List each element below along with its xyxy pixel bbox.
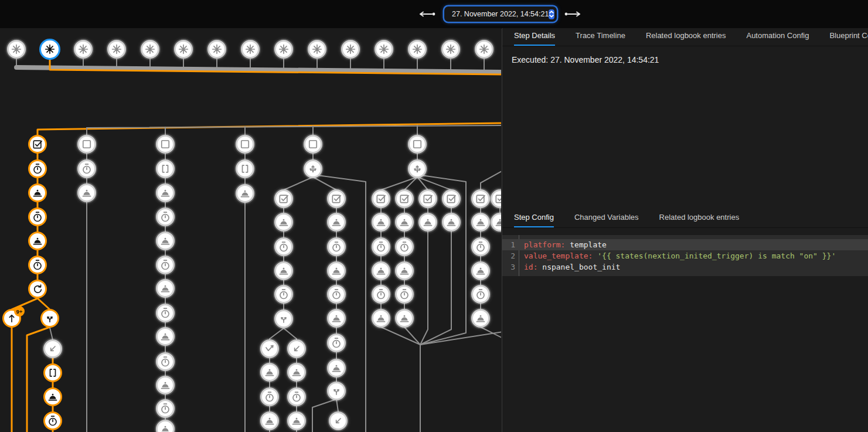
tab-related-logbook-entries[interactable]: Related logbook entries <box>646 31 726 46</box>
node-timer[interactable] <box>156 399 175 418</box>
node-check-arrow[interactable] <box>260 339 279 358</box>
node-asterisk[interactable] <box>274 40 293 59</box>
node-timer[interactable] <box>28 159 47 178</box>
node-bell[interactable] <box>260 411 279 430</box>
node-arrow-up[interactable]: 9+ <box>2 309 21 328</box>
node-timer[interactable] <box>471 237 490 256</box>
node-checkbox-marked[interactable] <box>395 189 414 208</box>
node-bell[interactable] <box>372 213 390 232</box>
node-arrow-bottom-left[interactable] <box>287 339 306 358</box>
node-choose[interactable] <box>408 159 427 178</box>
node-split[interactable] <box>274 309 293 328</box>
node-timer[interactable] <box>274 237 293 256</box>
node-timer[interactable] <box>260 387 279 406</box>
node-bell[interactable] <box>28 232 47 250</box>
node-refresh[interactable] <box>28 280 47 298</box>
node-checkbox-blank[interactable] <box>156 135 175 154</box>
node-bell[interactable] <box>156 183 175 202</box>
node-bell[interactable] <box>156 232 175 250</box>
node-bell[interactable] <box>471 213 490 232</box>
node-timer[interactable] <box>327 285 346 304</box>
node-bell[interactable] <box>372 261 390 280</box>
node-checkbox-marked[interactable] <box>471 189 490 208</box>
node-checkbox-blank[interactable] <box>408 135 427 154</box>
node-asterisk[interactable] <box>308 40 326 59</box>
node-arrow-bottom-left[interactable] <box>329 411 348 430</box>
node-asterisk[interactable] <box>7 40 26 59</box>
node-timer[interactable] <box>43 411 62 430</box>
tab-blueprint-config[interactable]: Blueprint Config <box>829 31 868 46</box>
tab-automation-config[interactable]: Automation Config <box>746 31 809 46</box>
node-bell[interactable] <box>327 213 346 232</box>
node-asterisk[interactable] <box>241 40 260 59</box>
node-checkbox-blank[interactable] <box>304 135 322 154</box>
node-checkbox-blank[interactable] <box>77 135 96 154</box>
node-split[interactable] <box>327 382 346 400</box>
node-bell[interactable] <box>287 363 306 382</box>
node-timer[interactable] <box>156 304 175 322</box>
node-bell[interactable] <box>471 261 490 280</box>
node-timer[interactable] <box>372 285 390 304</box>
node-bell[interactable] <box>156 279 175 298</box>
node-asterisk[interactable] <box>39 39 60 60</box>
node-bell[interactable] <box>372 309 390 328</box>
node-bell[interactable] <box>395 261 414 280</box>
node-bell[interactable] <box>260 363 279 382</box>
node-bell[interactable] <box>43 387 62 406</box>
node-checkbox-marked[interactable] <box>372 189 390 208</box>
node-bell[interactable] <box>28 183 47 202</box>
node-bell[interactable] <box>236 184 254 203</box>
node-arrow-bottom-left[interactable] <box>43 339 62 358</box>
node-bell[interactable] <box>156 327 175 346</box>
node-bell[interactable] <box>327 359 346 377</box>
node-brackets[interactable] <box>156 159 175 178</box>
node-bell[interactable] <box>418 213 437 232</box>
node-bell[interactable] <box>287 411 306 430</box>
node-timer[interactable] <box>395 285 414 304</box>
node-bell[interactable] <box>471 309 490 328</box>
node-checkbox-marked[interactable] <box>274 189 293 208</box>
previous-trace-button[interactable] <box>416 8 438 20</box>
tab-trace-timeline[interactable]: Trace Timeline <box>576 31 625 46</box>
node-asterisk[interactable] <box>375 40 393 59</box>
node-bell[interactable] <box>395 213 414 232</box>
node-checkbox-marked[interactable] <box>442 189 461 208</box>
tab-step-config[interactable]: Step Config <box>514 213 554 227</box>
node-timer[interactable] <box>327 237 346 256</box>
node-timer[interactable] <box>395 237 414 256</box>
node-asterisk[interactable] <box>441 40 460 59</box>
node-asterisk[interactable] <box>141 40 159 59</box>
node-asterisk[interactable] <box>207 40 226 59</box>
node-asterisk[interactable] <box>174 40 193 59</box>
node-checkbox-marked[interactable] <box>28 135 47 154</box>
node-timer[interactable] <box>156 208 175 226</box>
tab-related-logbook-entries[interactable]: Related logbook entries <box>659 213 740 227</box>
next-trace-button[interactable] <box>561 8 584 20</box>
node-asterisk[interactable] <box>74 40 93 59</box>
node-choose[interactable] <box>304 159 322 178</box>
node-timer[interactable] <box>28 208 47 226</box>
node-timer[interactable] <box>287 387 306 406</box>
node-timer[interactable] <box>471 285 490 304</box>
node-timer[interactable] <box>274 285 293 304</box>
node-asterisk[interactable] <box>408 40 427 59</box>
node-brackets[interactable] <box>43 363 62 382</box>
node-split[interactable] <box>40 309 59 328</box>
node-timer[interactable] <box>156 256 175 274</box>
node-bell[interactable] <box>327 261 346 280</box>
node-checkbox-marked[interactable] <box>327 189 346 208</box>
node-bell[interactable] <box>327 309 346 328</box>
node-timer[interactable] <box>28 256 47 274</box>
node-asterisk[interactable] <box>107 40 126 59</box>
node-bell[interactable] <box>156 376 175 394</box>
node-bell[interactable] <box>442 213 461 232</box>
node-timer[interactable] <box>372 237 390 256</box>
node-checkbox-blank[interactable] <box>236 135 254 154</box>
trace-run-select[interactable]: 27. November 2022, 14:54:21 <box>444 6 557 22</box>
tab-step-details[interactable]: Step Details <box>514 31 555 46</box>
node-bell[interactable] <box>274 261 293 280</box>
node-asterisk[interactable] <box>475 40 493 59</box>
node-bell[interactable] <box>395 309 414 328</box>
node-timer[interactable] <box>327 334 346 352</box>
node-timer[interactable] <box>156 352 175 371</box>
